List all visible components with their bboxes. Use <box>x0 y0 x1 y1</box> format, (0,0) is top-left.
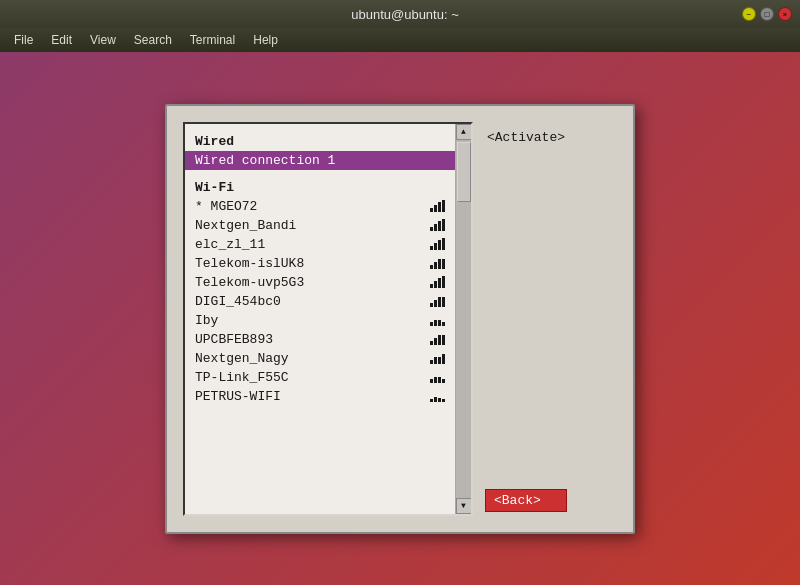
activate-button[interactable]: <Activate> <box>485 126 567 149</box>
window-title: ubuntu@ubuntu: ~ <box>68 7 742 22</box>
menu-view[interactable]: View <box>82 31 124 49</box>
network-item-digi454bc0[interactable]: DIGI_454bc0 <box>185 292 455 311</box>
network-item-petrus-wifi[interactable]: PETRUS-WIFI <box>185 387 455 406</box>
signal-telekom-isluk8 <box>430 257 445 269</box>
scroll-up-button[interactable]: ▲ <box>456 124 472 140</box>
right-panel: <Activate> <Back> <box>485 122 567 516</box>
back-button[interactable]: <Back> <box>485 489 567 512</box>
network-label-iby: Iby <box>195 313 218 328</box>
network-item-upcbfeb893[interactable]: UPCBFEB893 <box>185 330 455 349</box>
scrollbar[interactable]: ▲ ▼ <box>455 124 471 514</box>
network-label-mgeo72: * MGEO72 <box>195 199 257 214</box>
network-label-nextgen-bandi: Nextgen_Bandi <box>195 218 296 233</box>
network-label-elc-zl11: elc_zl_11 <box>195 237 265 252</box>
wired-section-header: Wired <box>185 132 455 151</box>
network-label-petrus-wifi: PETRUS-WIFI <box>195 389 281 404</box>
minimize-button[interactable]: − <box>742 7 756 21</box>
network-item-mgeo72[interactable]: * MGEO72 <box>185 197 455 216</box>
network-label-tplink-f55c: TP-Link_F55C <box>195 370 289 385</box>
signal-petrus-wifi <box>430 390 445 402</box>
signal-telekom-uvp5g3 <box>430 276 445 288</box>
network-item-telekom-uvp5g3[interactable]: Telekom-uvp5G3 <box>185 273 455 292</box>
dialog-inner: Wired Wired connection 1 Wi-Fi * MGEO72 <box>167 106 633 532</box>
network-panel: Wired Wired connection 1 Wi-Fi * MGEO72 <box>183 122 473 516</box>
signal-upcbfeb893 <box>430 333 445 345</box>
network-dialog: Wired Wired connection 1 Wi-Fi * MGEO72 <box>165 104 635 534</box>
close-button[interactable]: × <box>778 7 792 21</box>
network-item-telekom-isluk8[interactable]: Telekom-islUK8 <box>185 254 455 273</box>
network-item-nextgen-nagy[interactable]: Nextgen_Nagy <box>185 349 455 368</box>
signal-mgeo72 <box>430 200 445 212</box>
menu-edit[interactable]: Edit <box>43 31 80 49</box>
signal-digi454bc0 <box>430 295 445 307</box>
wifi-section-header: Wi-Fi <box>185 178 455 197</box>
menu-help[interactable]: Help <box>245 31 286 49</box>
title-bar: ubuntu@ubuntu: ~ − □ × <box>0 0 800 28</box>
signal-nextgen-bandi <box>430 219 445 231</box>
window-controls: − □ × <box>742 7 792 21</box>
menu-bar: File Edit View Search Terminal Help <box>0 28 800 52</box>
signal-nextgen-nagy <box>430 352 445 364</box>
menu-search[interactable]: Search <box>126 31 180 49</box>
network-list: Wired Wired connection 1 Wi-Fi * MGEO72 <box>185 124 455 514</box>
network-item-wired-1[interactable]: Wired connection 1 <box>185 151 455 170</box>
scroll-track <box>456 140 471 498</box>
menu-file[interactable]: File <box>6 31 41 49</box>
signal-iby <box>430 314 445 326</box>
signal-tplink-f55c <box>430 371 445 383</box>
network-label-telekom-isluk8: Telekom-islUK8 <box>195 256 304 271</box>
network-item-elc-zl11[interactable]: elc_zl_11 <box>185 235 455 254</box>
network-item-nextgen-bandi[interactable]: Nextgen_Bandi <box>185 216 455 235</box>
maximize-button[interactable]: □ <box>760 7 774 21</box>
network-label-nextgen-nagy: Nextgen_Nagy <box>195 351 289 366</box>
main-area: Wired Wired connection 1 Wi-Fi * MGEO72 <box>0 52 800 585</box>
scroll-down-button[interactable]: ▼ <box>456 498 472 514</box>
network-item-tplink-f55c[interactable]: TP-Link_F55C <box>185 368 455 387</box>
scroll-thumb[interactable] <box>457 142 471 202</box>
signal-elc-zl11 <box>430 238 445 250</box>
network-label-digi454bc0: DIGI_454bc0 <box>195 294 281 309</box>
network-label-upcbfeb893: UPCBFEB893 <box>195 332 273 347</box>
network-label-telekom-uvp5g3: Telekom-uvp5G3 <box>195 275 304 290</box>
menu-terminal[interactable]: Terminal <box>182 31 243 49</box>
network-item-iby[interactable]: Iby <box>185 311 455 330</box>
network-label-wired-1: Wired connection 1 <box>195 153 335 168</box>
